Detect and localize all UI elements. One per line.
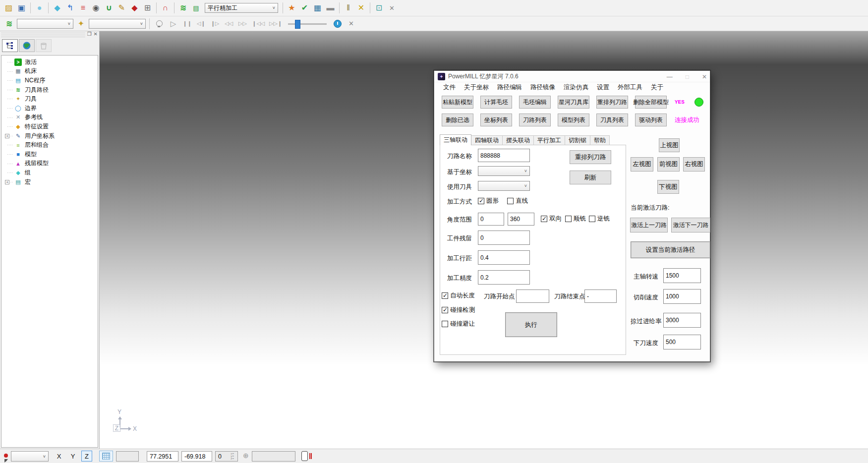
close-toolbar-icon[interactable]: ✕ [386, 2, 398, 14]
tree-item-activate[interactable]: >激活 [1, 58, 98, 67]
activate-prev-button[interactable]: 激活上一刀路 [630, 218, 668, 232]
compute-block-button[interactable]: 计算毛坯 [480, 96, 512, 109]
menu-settings[interactable]: 设置 [597, 83, 609, 92]
tool-library-button[interactable]: 星河刀具库 [558, 96, 589, 109]
menu-path-edit[interactable]: 路径编辑 [497, 83, 522, 92]
tree-item-nc-programs[interactable]: ▤NC程序 [1, 76, 98, 85]
line-checkbox[interactable]: 直线 [507, 197, 528, 205]
tab-4axis[interactable]: 四轴联动 [471, 135, 503, 145]
axis-y-button[interactable]: Y [67, 451, 78, 462]
start-point-input[interactable] [516, 289, 549, 303]
tool-list-button[interactable]: 刀具列表 [596, 114, 628, 126]
checkbox-icon[interactable] [541, 216, 547, 222]
maximize-icon[interactable]: □ [686, 73, 689, 80]
tool-block-icon[interactable]: ⊞ [141, 2, 154, 14]
checkbox-icon[interactable] [589, 216, 595, 222]
tree-item-toolpaths[interactable]: ≋刀具路径 [1, 85, 98, 95]
conventional-checkbox[interactable]: 逆铣 [589, 215, 610, 223]
tree-item-levels-sets[interactable]: ≡层和组合 [1, 140, 98, 150]
device-toggle-icon[interactable] [301, 451, 308, 461]
trash-tab[interactable] [36, 39, 52, 52]
coord-list-button[interactable]: 坐标列表 [480, 114, 512, 126]
rewind-icon[interactable]: ◁◁ [223, 17, 235, 30]
boundary-icon[interactable]: ∪ [103, 2, 115, 14]
minimize-icon[interactable]: — [667, 73, 673, 80]
activate-next-button[interactable]: 激活下一刀路 [671, 218, 710, 232]
tree-item-groups[interactable]: ◆组 [1, 168, 98, 177]
position-probe-icon[interactable]: ⊕ [243, 452, 249, 460]
checkbox-icon[interactable] [442, 292, 448, 299]
block-icon[interactable]: ◆ [51, 2, 63, 14]
save-project-icon[interactable]: ▣ [15, 2, 28, 14]
tool-arc-icon[interactable]: ∩ [159, 2, 172, 14]
machining-type-dropdown[interactable]: 平行精加工 ˅ [205, 3, 278, 13]
tool-ball-icon[interactable]: ◉ [90, 2, 102, 14]
toolpath-list-button[interactable]: 刀路列表 [519, 114, 551, 126]
tab-3axis[interactable]: 三轴联动 [440, 134, 471, 145]
speed-slider[interactable] [288, 19, 327, 28]
pause-icon[interactable]: ❙❙ [181, 17, 193, 30]
axis-z-button[interactable]: Z [81, 451, 92, 462]
xyz-list-icon[interactable]: x=y=z= [231, 453, 237, 460]
refresh-button[interactable]: 刷新 [570, 171, 611, 184]
bidirectional-checkbox[interactable]: 双向 [541, 215, 562, 223]
stepover-input[interactable] [478, 250, 530, 265]
checkbox-icon[interactable] [442, 321, 448, 327]
tool-icon[interactable]: ✦ [75, 17, 87, 30]
tab-tilt-head[interactable]: 摆头联动 [502, 135, 534, 145]
checkbox-icon[interactable] [442, 307, 448, 313]
auto-length-checkbox[interactable]: 自动长度 [442, 291, 475, 300]
checkbox-icon[interactable] [565, 216, 572, 222]
toolpath-spring-icon[interactable]: ≋ [177, 2, 189, 14]
nc-edit-icon[interactable]: ≡ [77, 2, 89, 14]
collision-check-checkbox[interactable]: 碰撞检测 [442, 306, 475, 314]
angle-start-input[interactable] [478, 213, 504, 226]
coord-y-field[interactable]: -69.918 [181, 451, 212, 462]
measure-field[interactable] [252, 451, 295, 462]
menu-path-mirror[interactable]: 路径镜像 [530, 83, 555, 92]
toolpath-jump-icon[interactable]: ↰ [64, 2, 76, 14]
ruler-icon[interactable]: ▬ [324, 2, 337, 14]
circle-checkbox[interactable]: 圆形 [478, 197, 499, 205]
menu-about[interactable]: 关于 [651, 83, 663, 92]
toolpath-spring-icon[interactable]: ≋ [3, 17, 15, 30]
block-edit-button[interactable]: 毛坯编辑 [519, 96, 551, 109]
menu-external-tools[interactable]: 外部工具 [618, 83, 642, 92]
record-dot-icon[interactable] [4, 454, 8, 458]
tab-help[interactable]: 帮助 [590, 135, 610, 145]
lightbulb-icon[interactable] [153, 17, 166, 30]
rearrange-toolpaths-button[interactable]: 重排列刀路 [596, 96, 628, 109]
tree-item-workplanes[interactable]: +✎用户坐标系 [1, 131, 98, 141]
close-toolbar-icon[interactable]: ✕ [345, 17, 357, 30]
tree-item-models[interactable]: ■模型 [1, 150, 98, 159]
expand-icon[interactable]: + [5, 134, 9, 138]
coord-x-field[interactable]: 77.2951 [147, 451, 178, 462]
tool-check-icon[interactable]: ✔ [298, 2, 311, 14]
right-view-button[interactable]: 右视图 [683, 157, 705, 172]
tree-item-macros[interactable]: +▤宏 [1, 177, 98, 187]
slider-handle[interactable] [295, 20, 300, 29]
go-start-icon[interactable]: ❙◁◁ [250, 17, 266, 30]
execute-button[interactable]: 执行 [505, 312, 557, 337]
model-list-button[interactable]: 模型列表 [558, 114, 589, 126]
blob-icon[interactable]: ● [33, 2, 46, 14]
skim-feed-input[interactable] [663, 313, 701, 328]
tree-item-reference-lines[interactable]: ✕参考线 [1, 113, 98, 122]
fast-forward-icon[interactable]: ▷▷ [236, 17, 249, 30]
delete-selected-button[interactable]: 删除已选 [442, 114, 473, 126]
collision-avoid-checkbox[interactable]: 碰撞避让 [442, 320, 475, 328]
menu-about-coords[interactable]: 关于坐标 [464, 83, 489, 92]
strategy-list-icon[interactable]: ▤ [190, 2, 202, 14]
tree-item-feature-sets[interactable]: ◆特征设置 [1, 122, 98, 131]
spindle-speed-input[interactable] [663, 268, 701, 283]
angle-end-input[interactable] [508, 213, 534, 226]
globe-view-tab[interactable] [19, 39, 35, 52]
close-panel-icon[interactable]: ✕ [94, 31, 98, 37]
cutting-speed-input[interactable] [663, 289, 701, 304]
left-view-button[interactable]: 左视图 [631, 157, 653, 172]
checkbox-icon[interactable] [478, 198, 484, 204]
panel-grip[interactable] [1, 33, 85, 38]
play-icon[interactable]: ▷ [167, 17, 179, 30]
end-point-input[interactable] [584, 289, 617, 303]
step-back-icon[interactable]: ◁❙ [195, 17, 207, 30]
